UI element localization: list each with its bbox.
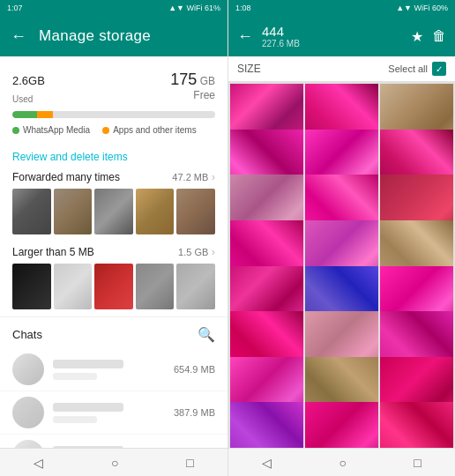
- thumb-L1: [12, 264, 51, 309]
- wifi-icon-right: WiFi: [414, 4, 429, 12]
- thumb-3: [94, 189, 133, 234]
- apps-legend-label: Apps and other items: [113, 125, 197, 135]
- media-cell-22[interactable]: [230, 402, 303, 448]
- battery-left: 61%: [205, 4, 220, 12]
- avatar-1: [12, 353, 44, 385]
- chats-section: Chats 🔍 654.9 MB 387.9 MB: [0, 316, 228, 448]
- storage-used: 2.6GB Used: [12, 67, 45, 106]
- header-right: ← 444 227.6 MB ★ 🗑: [228, 16, 455, 56]
- storage-numbers: 2.6GB Used 175 GB Free: [12, 67, 215, 106]
- signal-icon: ▲▼: [168, 4, 184, 12]
- forwarded-section[interactable]: Forwarded many times 47.2 MB ›: [0, 167, 228, 242]
- time-left: 1:07: [7, 4, 23, 12]
- chat-name-area-2: [53, 403, 174, 423]
- chat-item-2[interactable]: 387.9 MB: [0, 391, 228, 435]
- storage-free: 175 GB Free: [170, 71, 215, 101]
- chats-label: Chats: [12, 328, 42, 341]
- chat-item-3[interactable]: 285.8 MB: [0, 435, 228, 448]
- thumb-4: [136, 189, 175, 234]
- larger-chevron: ›: [212, 245, 215, 258]
- apps-dot: [102, 127, 109, 134]
- thumb-2: [54, 189, 93, 234]
- avatar-2: [12, 397, 44, 428]
- forwarded-label-row: Forwarded many times 47.2 MB ›: [12, 170, 215, 183]
- status-icons-left: ▲▼ WiFi 61%: [168, 4, 220, 12]
- storage-summary: 2.6GB Used 175 GB Free WhatsApp Media: [0, 56, 228, 142]
- used-label: Used: [12, 94, 33, 104]
- media-cell-24[interactable]: [380, 402, 453, 448]
- page-title: Manage storage: [39, 27, 151, 45]
- nav-bar-right: ◁ ○ □: [228, 448, 455, 476]
- star-icon[interactable]: ★: [411, 28, 423, 45]
- battery-right: 60%: [432, 4, 448, 12]
- storage-content: 2.6GB Used 175 GB Free WhatsApp Media: [0, 56, 228, 448]
- contact-size: 227.6 MB: [262, 39, 411, 48]
- thumb-1: [12, 189, 51, 234]
- larger-label: Larger than 5 MB: [12, 246, 94, 258]
- whatsapp-legend-label: WhatsApp Media: [23, 125, 90, 135]
- whatsapp-dot: [12, 127, 19, 134]
- status-bar-right: 1:08 ▲▼ WiFi 60%: [228, 0, 455, 16]
- chat-sub-bar-1: [53, 373, 97, 380]
- thumb-L4: [136, 264, 175, 309]
- right-panel: 1:08 ▲▼ WiFi 60% ← 444 227.6 MB ★ 🗑 SIZE…: [228, 0, 455, 476]
- thumb-5: [176, 189, 215, 234]
- header-left: ← Manage storage: [0, 16, 228, 56]
- forwarded-thumbnails: [12, 189, 215, 234]
- recents-nav-left[interactable]: □: [186, 456, 193, 470]
- larger-label-row: Larger than 5 MB 1.5 GB ›: [12, 245, 215, 258]
- used-value: 2.6GB: [12, 67, 45, 89]
- review-section-header: Review and delete items: [0, 142, 228, 167]
- back-button-left[interactable]: ←: [11, 27, 26, 46]
- larger-thumbnails: [12, 264, 215, 309]
- chat-name-area-1: [53, 360, 174, 380]
- left-panel: 1:07 ▲▼ WiFi 61% ← Manage storage 2.6GB …: [0, 0, 228, 476]
- contact-name: 444: [262, 24, 411, 39]
- recents-nav-right[interactable]: □: [414, 456, 421, 470]
- search-icon[interactable]: 🔍: [198, 326, 215, 343]
- select-all-label: Select all: [388, 63, 428, 74]
- wifi-icon: WiFi: [186, 4, 202, 12]
- legend-apps: Apps and other items: [102, 125, 197, 135]
- delete-icon[interactable]: 🗑: [432, 28, 446, 44]
- select-all-area[interactable]: Select all ✓: [388, 62, 446, 76]
- forwarded-chevron: ›: [212, 170, 215, 183]
- chat-sub-bar-2: [53, 416, 97, 423]
- chat-size-2: 387.9 MB: [174, 407, 215, 418]
- thumb-L2: [54, 264, 93, 309]
- avatar-3: [12, 440, 44, 448]
- thumb-L3: [94, 264, 133, 309]
- larger-size: 1.5 GB ›: [178, 245, 215, 258]
- forwarded-size: 47.2 MB ›: [172, 170, 215, 183]
- check-mark: ✓: [436, 64, 443, 74]
- signal-icon-right: ▲▼: [396, 4, 412, 12]
- size-label: SIZE: [237, 63, 261, 75]
- media-cell-23[interactable]: [305, 402, 378, 448]
- header-icons-right: ★ 🗑: [411, 28, 446, 45]
- status-bar-left: 1:07 ▲▼ WiFi 61%: [0, 0, 228, 16]
- contact-info: 444 227.6 MB: [262, 24, 411, 48]
- forwarded-label: Forwarded many times: [12, 171, 120, 183]
- chat-item-1[interactable]: 654.9 MB: [0, 348, 228, 391]
- back-nav-right[interactable]: ◁: [262, 456, 272, 470]
- media-toolbar: SIZE Select all ✓: [228, 56, 455, 82]
- chat-size-1: 654.9 MB: [174, 364, 215, 375]
- nav-bar-left: ◁ ○ □: [0, 448, 228, 476]
- storage-progress-bar: [12, 111, 215, 118]
- chat-name-bar-1: [53, 360, 123, 368]
- progress-bar-fill: [12, 111, 215, 118]
- status-icons-right: ▲▼ WiFi 60%: [396, 4, 448, 12]
- legend-whatsapp: WhatsApp Media: [12, 125, 90, 135]
- home-nav-right[interactable]: ○: [339, 456, 347, 470]
- chats-header: Chats 🔍: [0, 321, 228, 348]
- time-right: 1:08: [235, 4, 251, 12]
- back-button-right[interactable]: ←: [237, 27, 253, 46]
- select-all-checkbox[interactable]: ✓: [432, 62, 446, 76]
- larger-section[interactable]: Larger than 5 MB 1.5 GB ›: [0, 242, 228, 316]
- home-nav-left[interactable]: ○: [111, 456, 118, 470]
- chat-name-bar-2: [53, 403, 123, 412]
- thumb-L5: [176, 264, 215, 309]
- media-grid: [228, 82, 455, 448]
- storage-legend: WhatsApp Media Apps and other items: [12, 125, 215, 135]
- back-nav-left[interactable]: ◁: [34, 456, 43, 470]
